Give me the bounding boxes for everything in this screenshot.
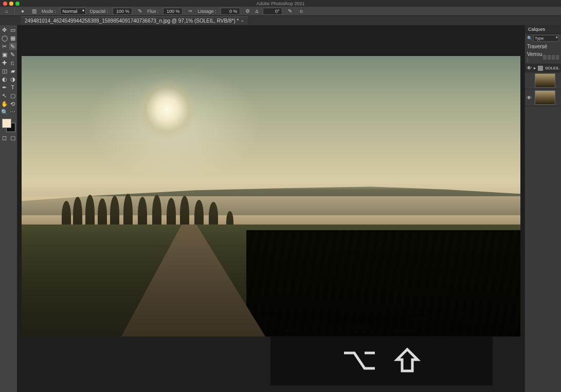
mode-label: Mode : (42, 9, 56, 14)
move-tool[interactable]: ✥ (1, 26, 8, 33)
marquee-tool[interactable]: ▦ (9, 34, 16, 42)
hand-tool[interactable]: ✋ (1, 100, 8, 107)
healing-tool[interactable]: ✚ (1, 59, 8, 66)
layer-filter-row: 🔍 Type (525, 34, 561, 43)
brush-tool[interactable]: ✎ (9, 43, 16, 50)
separator (14, 8, 15, 15)
screenmode-tool[interactable]: ▢ (9, 134, 16, 141)
flux-input[interactable]: 100 % (163, 8, 183, 15)
main-area: ✥▭ ◯▦ ✂✎ ▣✎ ✚⎌ ◫▰ ◐◑ ✒T ↖▢ ✋⟲ 🔍⋯ ◻▢ (0, 25, 561, 392)
filter-type-dropdown[interactable]: Type (533, 35, 559, 42)
app-title: Adobe Photoshop 2021 (256, 1, 304, 6)
rotate-tool[interactable]: ⟲ (9, 100, 16, 107)
eraser-tool[interactable]: ◫ (1, 67, 8, 74)
options-bar: ⌂ ● ▥ Mode : Normal Opacité : 100 % ✎ Fl… (0, 7, 561, 16)
document-tab[interactable]: 249481014_4624549944258389_1589854091740… (21, 16, 248, 25)
airbrush-icon[interactable]: ✑ (187, 8, 194, 15)
layers-panel-tab[interactable]: Calques (525, 25, 561, 34)
window-controls (0, 2, 20, 6)
blend-mode-value[interactable]: Traversé (527, 44, 547, 49)
brush-preset-icon[interactable]: ● (19, 8, 26, 15)
window-close-button[interactable] (3, 2, 7, 6)
pen-tool[interactable]: ✒ (1, 84, 8, 91)
color-swatches[interactable] (2, 119, 15, 132)
crop-tool[interactable]: ✂ (1, 43, 8, 50)
smoothing-label: Lissage : (198, 9, 216, 14)
lasso-tool[interactable]: ◯ (1, 34, 8, 42)
home-icon[interactable]: ⌂ (3, 8, 10, 15)
dodge-tool[interactable]: ◑ (9, 76, 16, 83)
pressure-size-icon[interactable]: ✎ (286, 8, 294, 15)
foreground-color-swatch[interactable] (2, 119, 11, 128)
quickmask-tool[interactable]: ◻ (1, 134, 8, 141)
layer-thumbnail[interactable] (535, 73, 555, 88)
path-tool[interactable]: ↖ (1, 92, 8, 99)
document-tab-bar: 249481014_4624549944258389_1589854091740… (0, 16, 561, 25)
pressure-opacity-icon[interactable]: ✎ (136, 8, 143, 15)
visibility-toggle[interactable]: 👁 (527, 95, 533, 101)
artboard-tool[interactable]: ▭ (9, 26, 16, 33)
angle-input[interactable]: 0° (263, 8, 282, 15)
document-canvas[interactable] (22, 56, 520, 337)
tools-panel: ✥▭ ◯▦ ✂✎ ▣✎ ✚⎌ ◫▰ ◐◑ ✒T ↖▢ ✋⟲ 🔍⋯ ◻▢ (0, 25, 17, 392)
window-maximize-button[interactable] (15, 2, 20, 6)
shape-tool[interactable]: ▢ (9, 92, 16, 99)
more-tools[interactable]: ⋯ (9, 108, 16, 116)
search-icon[interactable]: 🔍 (527, 36, 532, 41)
window-titlebar: Adobe Photoshop 2021 (0, 0, 561, 7)
blur-tool[interactable]: ◐ (1, 76, 8, 83)
layer-group-row[interactable]: 👁 ▸ SOLEIL (525, 64, 561, 72)
option-key-icon (341, 348, 377, 374)
brush-panel-icon[interactable]: ▥ (30, 8, 38, 15)
visibility-toggle[interactable]: 👁 (527, 65, 532, 71)
flux-label: Flux : (148, 9, 159, 14)
eyedropper-tool[interactable]: ✎ (9, 51, 16, 58)
gradient-tool[interactable]: ▰ (9, 67, 16, 74)
canvas-area[interactable] (17, 25, 524, 392)
layer-name[interactable]: SOLEIL (545, 66, 559, 70)
layer-row[interactable]: 👁 (525, 89, 561, 106)
image-field (246, 230, 521, 337)
smoothing-options-icon[interactable]: ⚙ (244, 8, 251, 15)
layer-row[interactable] (525, 72, 561, 89)
close-tab-icon[interactable]: × (241, 18, 243, 24)
document-tab-title: 249481014_4624549944258389_1589854091740… (25, 18, 239, 24)
folder-icon (538, 66, 543, 71)
lock-all-icon[interactable] (556, 55, 559, 60)
lock-label: Verrou : (527, 51, 542, 63)
chevron-down-icon[interactable]: ▸ (534, 66, 536, 70)
lock-artboard-icon[interactable] (552, 55, 555, 60)
zoom-tool[interactable]: 🔍 (1, 108, 8, 116)
lock-pixels-icon[interactable] (543, 55, 546, 60)
smoothing-input[interactable]: 0 % (221, 8, 240, 15)
shift-key-icon (393, 346, 422, 375)
type-tool[interactable]: T (9, 84, 16, 91)
blend-mode-dropdown[interactable]: Normal (60, 8, 86, 15)
shortcut-overlay (270, 336, 493, 385)
opacity-input[interactable]: 100 % (113, 8, 132, 15)
angle-label: Δ (256, 9, 259, 14)
lock-row: Verrou : (525, 50, 561, 64)
layer-thumbnail[interactable] (535, 90, 555, 105)
lock-position-icon[interactable] (548, 55, 551, 60)
window-minimize-button[interactable] (9, 2, 13, 6)
symmetry-icon[interactable]: ⎋ (298, 8, 305, 15)
image-sun (136, 79, 198, 140)
opacity-label: Opacité : (90, 9, 108, 14)
blend-mode-row: Traversé (525, 43, 561, 50)
clone-tool[interactable]: ⎌ (9, 59, 16, 66)
layers-panel: Calques 🔍 Type Traversé Verrou : 👁 ▸ SOL… (524, 25, 561, 392)
frame-tool[interactable]: ▣ (1, 51, 8, 58)
